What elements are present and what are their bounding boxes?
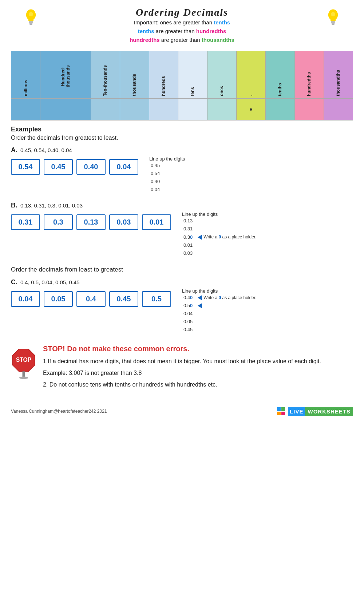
problem-b-values: 0.13, 0.31, 0.3, 0.01, 0.03	[20, 202, 83, 209]
problem-c: C. 0.4, 0.5, 0.04, 0.05, 0.45 0.04 0.05 …	[11, 278, 353, 334]
col-hundreds: hundreds	[149, 51, 178, 99]
svg-rect-1	[28, 19, 33, 21]
problem-b-answers: 0.31 0.3 0.13 0.03 0.01	[11, 214, 171, 230]
answer-box: 0.54	[11, 159, 40, 175]
answer-box: 0.13	[76, 214, 106, 230]
svg-point-12	[331, 12, 335, 16]
svg-rect-13	[332, 24, 334, 25]
lightbulb-right-icon	[320, 7, 346, 32]
problem-a-answers: 0.54 0.45 0.40 0.04	[11, 159, 138, 175]
col-hundred-thousands: Hundred-thousands	[40, 51, 91, 99]
col-ones: ones	[207, 51, 236, 99]
logo-squares-icon	[277, 407, 285, 415]
answer-box: 0.31	[11, 214, 40, 230]
side-note-c: Line up the digits 0.40 Write a 0 as a p…	[182, 288, 257, 334]
liveworksheets-logo: LIVE WORKSHEETS	[288, 407, 353, 416]
problem-c-answers: 0.04 0.05 0.4 0.45 0.5	[11, 291, 171, 307]
answer-box: 0.45	[109, 291, 138, 307]
footer-logo: LIVE WORKSHEETS	[277, 407, 353, 416]
arrow-icon	[198, 295, 202, 300]
answer-box: 0.40	[76, 159, 106, 175]
svg-rect-8	[331, 19, 336, 21]
answer-box: 0.04	[109, 159, 138, 175]
stop-text-1: 1.If a decimal has more digits, that doe…	[43, 357, 353, 366]
arrow-icon	[198, 303, 202, 308]
answer-box: 0.05	[44, 291, 73, 307]
lightbulb-left-icon	[18, 7, 44, 32]
place-value-table: millions Hundred-thousands Ten-thousands…	[11, 51, 353, 120]
side-note-c-values: 0.40 Write a 0 as a place holder. 0.50 0…	[183, 294, 257, 334]
side-note-a: Line up the digits 0.45 0.54 0.40 0.04	[149, 156, 222, 194]
examples-section: Examples Order the decimals from greates…	[11, 126, 353, 257]
side-note-a-values: 0.45 0.54 0.40 0.04	[151, 162, 222, 194]
table-row: •	[11, 99, 353, 120]
stop-section: STOP STOP! Do not make these common erro…	[11, 345, 353, 393]
problem-a: A. 0.45, 0.54, 0.40, 0.04 0.54 0.45 0.40…	[11, 146, 353, 194]
page-title: Ordering Decimals	[11, 7, 353, 18]
svg-point-5	[29, 12, 33, 16]
header-subtitle: Important: ones are greater than tenths …	[11, 18, 353, 44]
col-millions: millions	[11, 51, 40, 99]
side-note-b: Line up the digits 0.13 0.31 0.30 Write …	[182, 211, 257, 257]
col-hundredths: hundredths	[294, 51, 324, 99]
answer-box: 0.5	[142, 291, 171, 307]
problem-b: B. 0.13, 0.31, 0.3, 0.01, 0.03 0.31 0.3 …	[11, 202, 353, 257]
problem-a-letter: A.	[11, 146, 17, 154]
problem-b-letter: B.	[11, 202, 17, 209]
stop-text-2: 2. Do not confuse tens with tenths or hu…	[43, 380, 353, 389]
answer-box: 0.4	[76, 291, 106, 307]
answer-box: 0.45	[44, 159, 73, 175]
col-tens: tens	[178, 51, 207, 99]
stop-content: STOP! Do not make these common errors. 1…	[43, 345, 353, 393]
footer: Vanessa Cunningham@heartofateacher242 20…	[11, 403, 353, 416]
problem-c-values: 0.4, 0.5, 0.04, 0.05, 0.45	[20, 279, 80, 285]
answer-box: 0.3	[44, 214, 73, 230]
answer-box: 0.03	[109, 214, 138, 230]
footer-credit: Vanessa Cunningham@heartofateacher242 20…	[11, 409, 107, 414]
arrow-icon	[198, 235, 202, 240]
svg-rect-6	[29, 24, 32, 25]
col-tenths: tenths	[265, 51, 294, 99]
answer-box: 0.01	[142, 214, 171, 230]
page-header: Ordering Decimals Important: ones are gr…	[11, 7, 353, 44]
side-note-b-values: 0.13 0.31 0.30 Write a 0 as a place hold…	[183, 217, 257, 257]
section2-instruction: Order the decimals from least to greates…	[11, 266, 353, 273]
answer-box: 0.04	[11, 291, 40, 307]
stop-example-1: Example: 3.007 is not greater than 3.8	[43, 370, 353, 376]
svg-rect-3	[29, 22, 33, 23]
side-note-a-title: Line up the digits	[149, 156, 222, 162]
stop-sign-icon: STOP	[11, 346, 36, 372]
svg-rect-4	[29, 23, 32, 24]
problem-a-values: 0.45, 0.54, 0.40, 0.04	[20, 147, 72, 153]
col-ten-thousands: Ten-thousands	[91, 51, 120, 99]
svg-rect-11	[332, 23, 335, 24]
svg-rect-10	[331, 22, 335, 23]
examples-label: Examples	[11, 126, 353, 133]
problem-c-letter: C.	[11, 278, 17, 286]
col-decimal-point: .	[236, 51, 265, 99]
col-thousandths: thousandths	[324, 51, 353, 99]
side-note-b-title: Line up the digits	[182, 211, 257, 217]
stop-title: STOP! Do not make these common errors.	[43, 345, 353, 353]
side-note-c-title: Line up the digits	[182, 288, 257, 294]
examples-instruction: Order the decimals from greatest to leas…	[11, 135, 353, 141]
col-thousands: thousands	[120, 51, 149, 99]
svg-point-17	[19, 377, 28, 379]
svg-text:STOP: STOP	[16, 357, 32, 363]
